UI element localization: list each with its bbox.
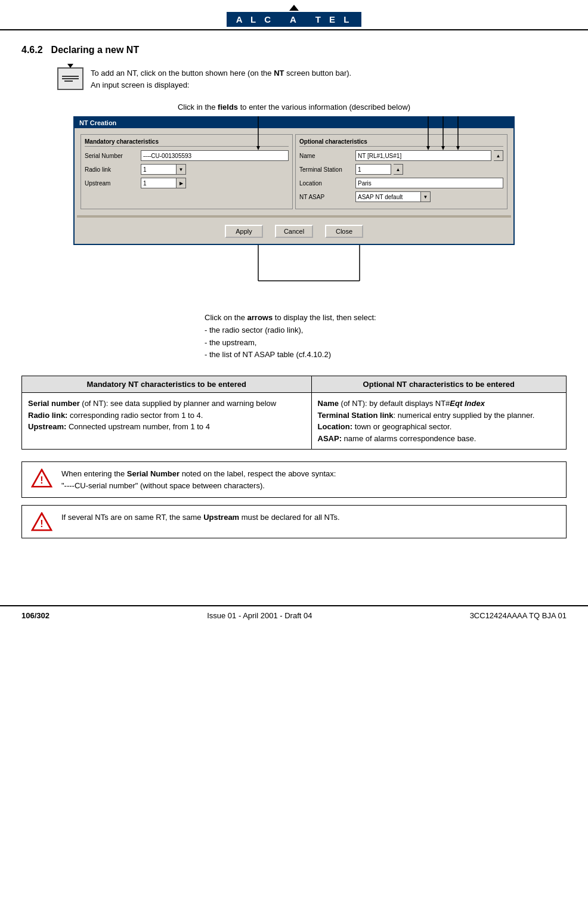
apply-button[interactable]: Apply xyxy=(225,225,263,238)
dialog-body: Mandatory characteristics Serial Number … xyxy=(75,128,513,215)
arrow-annotation: Click on the arrows to display the list,… xyxy=(73,312,515,361)
warning-triangle-2: ! xyxy=(30,512,53,532)
optional-cell: Name (of NT): by default displays NT#Eqt… xyxy=(311,393,566,450)
terminal-arrow[interactable]: ▲ xyxy=(394,164,403,175)
nt-creation-dialog: NT Creation Mandatory characteristics Se… xyxy=(73,116,515,245)
svg-text:!: ! xyxy=(40,519,43,529)
alcatel-logo: A L C A T E L xyxy=(227,5,362,27)
optional-panel-title: Optional characteristics xyxy=(299,138,503,147)
section-heading: 4.6.2 Declaring a new NT xyxy=(21,45,567,55)
characteristics-table-section: Mandatory NT characteristics to be enter… xyxy=(21,376,567,450)
terminal-input[interactable] xyxy=(355,164,391,175)
name-label: Name xyxy=(299,153,353,159)
main-content: 4.6.2 Declaring a new NT To add an NT, c… xyxy=(0,30,588,557)
cancel-button[interactable]: Cancel xyxy=(275,225,313,238)
location-input[interactable] xyxy=(355,178,503,188)
name-arrow[interactable]: ▲ xyxy=(494,150,503,161)
radiolink-input[interactable] xyxy=(141,164,177,175)
mandatory-panel-title: Mandatory characteristics xyxy=(85,138,289,147)
nt-button-icon xyxy=(57,67,83,90)
ntasap-input[interactable] xyxy=(355,191,421,202)
upstream-input[interactable] xyxy=(141,178,177,188)
ntasap-arrow[interactable]: ▼ xyxy=(421,191,431,202)
info-box: To add an NT, click on the button shown … xyxy=(57,67,567,91)
characteristics-table: Mandatory NT characteristics to be enter… xyxy=(21,376,567,450)
upstream-dropdown[interactable]: ▶ xyxy=(141,178,186,188)
optional-panel: Optional characteristics Name ▲ Terminal… xyxy=(295,134,507,209)
mandatory-panel: Mandatory characteristics Serial Number … xyxy=(81,134,293,209)
close-button[interactable]: Close xyxy=(325,225,363,238)
radiolink-dropdown[interactable]: ▼ xyxy=(141,164,186,175)
col1-header: Mandatory NT characteristics to be enter… xyxy=(22,376,312,393)
dialog-separator xyxy=(77,215,511,218)
warning-text-1: When entering the Serial Number noted on… xyxy=(61,468,336,491)
warning-box-2: ! If several NTs are on same RT, the sam… xyxy=(21,505,567,538)
page-header: A L C A T E L xyxy=(0,0,588,30)
dialog-container: NT Creation Mandatory characteristics Se… xyxy=(73,116,515,245)
terminal-row: Terminal Station ▲ xyxy=(299,164,503,175)
logo-text: A L C A T E L xyxy=(227,12,362,27)
serial-label: Serial Number xyxy=(85,153,138,159)
click-annotation: Click in the fields to enter the various… xyxy=(21,103,567,111)
ntasap-dropdown[interactable]: ▼ xyxy=(355,191,431,202)
col2-header: Optional NT characteristics to be entere… xyxy=(311,376,566,393)
svg-text:!: ! xyxy=(40,475,43,485)
location-row: Location xyxy=(299,178,503,188)
footer-page: 106/302 xyxy=(21,611,49,620)
upstream-label: Upstream xyxy=(85,180,138,187)
radiolink-label: Radio link xyxy=(85,166,138,173)
location-label: Location xyxy=(299,180,353,187)
warning-triangle-1: ! xyxy=(30,468,53,488)
upstream-arrow[interactable]: ▶ xyxy=(177,178,186,188)
upstream-row: Upstream ▶ xyxy=(85,178,289,188)
section-number: 4.6.2 xyxy=(21,45,43,55)
ntasap-row: NT ASAP ▼ xyxy=(299,191,503,202)
dialog-titlebar: NT Creation xyxy=(75,117,513,128)
ntasap-label: NT ASAP xyxy=(299,194,353,200)
warning-text-2: If several NTs are on same RT, the same … xyxy=(61,512,340,523)
warning-box-1: ! When entering the Serial Number noted … xyxy=(21,461,567,498)
page-footer: 106/302 Issue 01 - April 2001 - Draft 04… xyxy=(0,605,588,625)
radiolink-arrow[interactable]: ▼ xyxy=(177,164,186,175)
footer-center: Issue 01 - April 2001 - Draft 04 xyxy=(207,611,312,620)
section-title: Declaring a new NT xyxy=(51,45,140,55)
warning-triangle-icon-1: ! xyxy=(31,469,52,488)
serial-input[interactable] xyxy=(141,150,289,161)
big-annotation-arrow xyxy=(73,245,515,305)
terminal-label: Terminal Station xyxy=(299,166,353,173)
name-row: Name ▲ xyxy=(299,150,503,161)
serial-number-row: Serial Number xyxy=(85,150,289,161)
warning-triangle-icon-2: ! xyxy=(31,512,52,531)
table-row: Serial number (of NT): see data supplied… xyxy=(22,393,567,450)
mandatory-cell: Serial number (of NT): see data supplied… xyxy=(22,393,312,450)
footer-right: 3CC12424AAAA TQ BJA 01 xyxy=(470,611,567,620)
radiolink-row: Radio link ▼ xyxy=(85,164,289,175)
dialog-buttons: Apply Cancel Close xyxy=(75,220,513,244)
name-input[interactable] xyxy=(355,150,491,161)
intro-text: To add an NT, click on the button shown … xyxy=(91,67,351,91)
